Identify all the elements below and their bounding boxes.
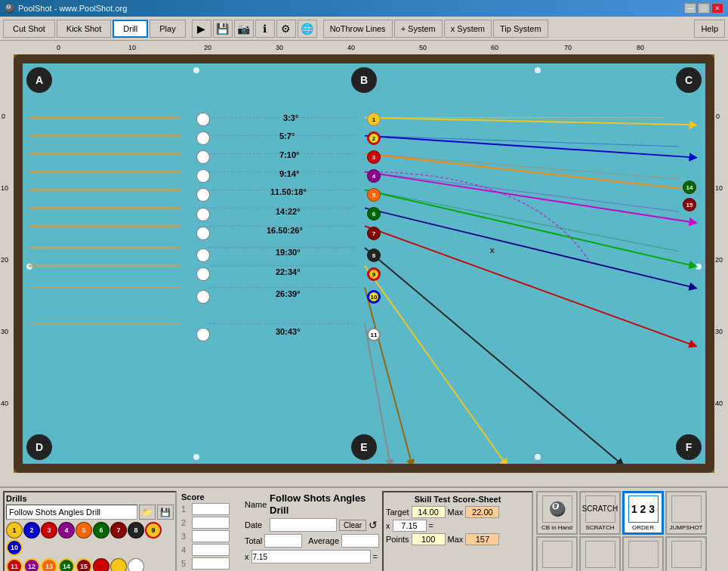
total-row: Total Average bbox=[245, 534, 378, 548]
score-input-5[interactable] bbox=[192, 557, 230, 569]
scratch-card[interactable]: SCRATCH SCRATCH bbox=[579, 491, 621, 535]
corner-a: A bbox=[26, 67, 52, 93]
cb-in-hand-card[interactable]: 🎱 CB in Hand bbox=[536, 491, 578, 535]
play-icon-button[interactable]: ▶ bbox=[192, 20, 211, 38]
kickshot-card[interactable]: KICKSHOT bbox=[579, 536, 621, 571]
ruler-bottom bbox=[0, 473, 728, 486]
maximize-button[interactable]: □ bbox=[698, 3, 710, 14]
angle-11: 30:43° bbox=[276, 327, 301, 336]
angle-5: 11.50:18° bbox=[270, 187, 307, 196]
angle-8: 19:30° bbox=[276, 248, 301, 257]
rail-dot bbox=[26, 264, 32, 270]
rail-dot bbox=[696, 264, 702, 270]
points-label: Points bbox=[386, 535, 409, 544]
score-input-4[interactable] bbox=[192, 544, 230, 556]
ball-sm-12[interactable]: 12 bbox=[23, 558, 40, 571]
solid-ball[interactable] bbox=[93, 558, 110, 571]
ball-sm-8[interactable]: 8 bbox=[128, 522, 144, 539]
drills-search-input[interactable] bbox=[6, 505, 137, 520]
svg-line-15 bbox=[365, 190, 693, 265]
network-icon-button[interactable]: 🌐 bbox=[298, 20, 317, 38]
titlebar: 🎱 PoolShot - www.PoolShot.org — □ ✕ bbox=[0, 0, 728, 17]
ball-sm-10[interactable]: 10 bbox=[6, 539, 23, 556]
angle-1: 3:3° bbox=[283, 113, 298, 122]
target-input[interactable] bbox=[412, 506, 446, 518]
rail-dot bbox=[535, 67, 541, 73]
x-system-button[interactable]: x System bbox=[444, 20, 492, 38]
combo-card[interactable]: COMBO bbox=[622, 536, 664, 571]
kiss-card[interactable]: KISS bbox=[665, 536, 707, 571]
score-row-3: 3 bbox=[181, 530, 239, 542]
cut-shot-button[interactable]: Cut Shot bbox=[3, 20, 55, 38]
drills-panel: Drills 📁 💾 1 2 3 4 5 6 7 8 9 10 11 12 13… bbox=[3, 491, 177, 571]
x-input[interactable] bbox=[251, 550, 371, 563]
ball-sm-7[interactable]: 7 bbox=[110, 522, 127, 539]
points-max-input[interactable] bbox=[465, 533, 499, 545]
date-input[interactable] bbox=[270, 518, 337, 532]
ball-sm-9[interactable]: 9 bbox=[145, 522, 162, 539]
score-row-5: 5 bbox=[181, 557, 239, 569]
yellow-ball[interactable] bbox=[110, 558, 127, 571]
ball-11: 11 bbox=[367, 328, 381, 341]
info-icon-button[interactable]: ℹ bbox=[255, 20, 275, 38]
jumpshot-card[interactable]: JUMPSHOT bbox=[665, 491, 707, 535]
refresh-icon[interactable]: ↺ bbox=[369, 519, 378, 531]
drill-name-display: Follow Shots AnglesDrill bbox=[270, 492, 366, 516]
ball-2: 2 bbox=[367, 131, 381, 145]
cue-ball-11 bbox=[196, 328, 210, 341]
play-button[interactable]: Play bbox=[150, 20, 185, 38]
total-input[interactable] bbox=[264, 534, 302, 548]
close-button[interactable]: ✕ bbox=[711, 3, 723, 14]
ball-5: 5 bbox=[367, 188, 381, 202]
ball-sm-5[interactable]: 5 bbox=[76, 522, 92, 539]
skill-x-row: x = bbox=[386, 520, 529, 532]
minimize-button[interactable]: — bbox=[684, 3, 696, 14]
svg-line-47 bbox=[365, 172, 679, 212]
white-ball[interactable] bbox=[128, 558, 144, 571]
ball-sm-6[interactable]: 6 bbox=[93, 522, 110, 539]
cue-ball-4 bbox=[196, 169, 210, 183]
svg-line-14 bbox=[365, 172, 693, 223]
drills-title: Drills bbox=[6, 494, 174, 503]
ball-sm-1[interactable]: 1 bbox=[6, 522, 23, 539]
ball-grid: 1 2 3 4 5 6 7 8 9 10 bbox=[6, 522, 174, 556]
save-icon-button[interactable]: 💾 bbox=[213, 20, 233, 38]
score-input-2[interactable] bbox=[192, 517, 230, 529]
ball-sm-3[interactable]: 3 bbox=[41, 522, 57, 539]
ball-sm-11[interactable]: 11 bbox=[6, 558, 23, 571]
corner-f: F bbox=[676, 434, 702, 460]
plus-system-button[interactable]: + System bbox=[394, 20, 443, 38]
help-button[interactable]: Help bbox=[694, 20, 725, 38]
angle-9: 22:34° bbox=[276, 267, 301, 276]
skill-x-input[interactable] bbox=[393, 520, 427, 532]
score-input-1[interactable] bbox=[192, 503, 230, 515]
ball-sm-4[interactable]: 4 bbox=[58, 522, 75, 539]
ball-sm-13[interactable]: 13 bbox=[41, 558, 57, 571]
score-panel: Score 1 2 3 4 5 x = bbox=[180, 491, 240, 571]
ball-sm-14[interactable]: 14 bbox=[58, 558, 75, 571]
kick-shot-button[interactable]: Kick Shot bbox=[57, 20, 111, 38]
tip-system-button[interactable]: Tip System bbox=[493, 20, 548, 38]
table-area[interactable]: 0 10 20 30 40 50 60 70 80 0 10 20 30 40 … bbox=[0, 41, 728, 486]
corner-e: E bbox=[351, 434, 377, 460]
drill-button[interactable]: Drill bbox=[113, 20, 148, 38]
folder-icon-button[interactable]: 📁 bbox=[139, 505, 156, 520]
score-input-3[interactable] bbox=[192, 530, 230, 542]
ball-14: 14 bbox=[683, 181, 696, 194]
no-throw-button[interactable]: NoThrow Lines bbox=[323, 20, 393, 38]
points-input[interactable] bbox=[412, 533, 446, 545]
settings-icon-button[interactable]: ⚙ bbox=[276, 20, 296, 38]
save-drill-button[interactable]: 💾 bbox=[157, 505, 174, 520]
ball-sm-15[interactable]: 15 bbox=[76, 558, 92, 571]
ball-sm-2[interactable]: 2 bbox=[23, 522, 40, 539]
max-input[interactable] bbox=[465, 506, 499, 518]
ball-15: 15 bbox=[683, 198, 696, 211]
clear-button[interactable]: Clear bbox=[339, 520, 366, 531]
camera-icon-button[interactable]: 📷 bbox=[234, 20, 254, 38]
ball-10: 10 bbox=[367, 290, 381, 304]
bankshot-card[interactable]: BANKSHOT bbox=[536, 536, 578, 571]
felt[interactable]: x A B C D E F 3:3° 5:7° 7:10° 9:14° 11.5… bbox=[14, 54, 714, 473]
svg-line-11 bbox=[365, 118, 693, 125]
average-input[interactable] bbox=[341, 534, 379, 548]
order-card[interactable]: 1 2 3 ORDER bbox=[622, 491, 664, 535]
